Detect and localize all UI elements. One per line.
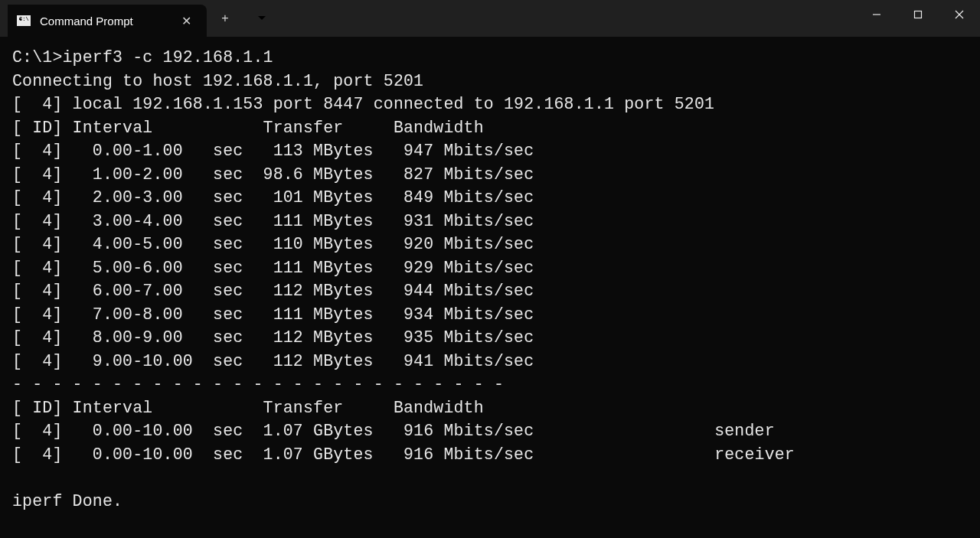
close-button[interactable] — [939, 0, 980, 29]
minimize-button[interactable] — [856, 0, 897, 29]
minimize-icon — [872, 10, 881, 19]
titlebar-drag-region[interactable] — [280, 0, 856, 37]
active-tab[interactable]: Command Prompt ✕ — [8, 5, 207, 37]
svg-rect-1 — [915, 11, 922, 18]
chevron-down-icon — [257, 15, 266, 21]
tab-close-button[interactable]: ✕ — [178, 12, 194, 29]
cmd-icon — [17, 15, 31, 26]
window-controls — [856, 0, 980, 37]
tab-dropdown-button[interactable] — [243, 3, 280, 34]
close-icon — [955, 10, 964, 19]
titlebar: Command Prompt ✕ + — [0, 0, 980, 37]
terminal-output[interactable]: C:\1>iperf3 -c 192.168.1.1 Connecting to… — [0, 37, 980, 513]
titlebar-extra-buttons: + — [207, 0, 280, 37]
maximize-button[interactable] — [897, 0, 939, 29]
new-tab-button[interactable]: + — [207, 3, 243, 34]
tab-title: Command Prompt — [40, 15, 168, 28]
maximize-icon — [913, 10, 923, 19]
